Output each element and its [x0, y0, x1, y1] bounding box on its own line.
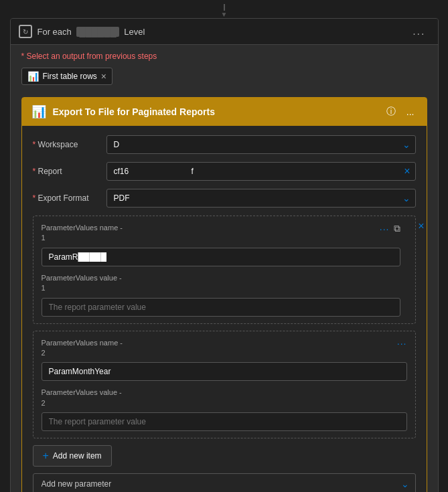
param-value-1-label: ParameterValues value - 1: [42, 273, 122, 294]
card-info-button[interactable]: ⓘ: [384, 104, 398, 119]
workspace-label: * Workspace: [33, 140, 106, 149]
for-each-left: ↻ For each ██████ Level: [19, 25, 145, 38]
for-each-hidden: ██████: [76, 27, 119, 37]
card-header-right: ⓘ ...: [384, 104, 417, 119]
param-name-2-label: ParameterValues name - 2: [42, 338, 123, 359]
for-each-ellipsis-button[interactable]: ...: [408, 24, 429, 39]
export-format-row: * Export Format PDF ⌄: [33, 189, 416, 208]
param-1-copy-button[interactable]: ⧉: [394, 223, 400, 234]
param-name-1-label: ParameterValues name - 1: [42, 223, 123, 244]
param-value-1-header: ParameterValues value - 1: [42, 273, 400, 294]
card-body: * Workspace D ⌄ * Report ×: [22, 126, 427, 492]
card-header-left: 📊 Export To File for Paginated Reports: [31, 104, 215, 119]
param-section-1: ParameterValues name - 1 ··· ⧉ Parameter…: [33, 216, 416, 324]
param-value-1-input[interactable]: [42, 298, 400, 317]
card-ellipsis-button[interactable]: ...: [404, 105, 417, 118]
report-input-wrapper: ×: [106, 162, 416, 181]
report-clear-icon[interactable]: ×: [404, 165, 410, 177]
param-value-2-label: ParameterValues value - 2: [42, 388, 122, 408]
param-name-2-header: ParameterValues name - 2 ···: [42, 338, 407, 359]
for-each-title: For each ██████ Level: [38, 27, 145, 37]
export-format-input-wrapper: PDF ⌄: [106, 189, 416, 208]
card-header: 📊 Export To File for Paginated Reports ⓘ…: [22, 98, 427, 126]
param-2-dots-button[interactable]: ···: [397, 338, 407, 349]
param-name-1-header: ParameterValues name - 1 ··· ⧉: [42, 223, 400, 244]
param-name-2-input[interactable]: [42, 362, 407, 381]
param-2-actions: ···: [397, 338, 407, 349]
param-1-delete-button[interactable]: ×: [418, 220, 424, 232]
required-asterisk: *: [21, 52, 25, 61]
export-format-label: * Export Format: [33, 193, 106, 203]
tag-chart-icon: 📊: [27, 71, 39, 82]
card-chart-icon: 📊: [31, 104, 46, 119]
param-name-1-input[interactable]: [42, 248, 400, 266]
export-format-select[interactable]: PDF: [106, 189, 416, 208]
param-value-2-input[interactable]: [42, 412, 407, 431]
param-1-actions: ··· ⧉: [380, 223, 400, 234]
loop-icon: ↻: [19, 25, 32, 38]
tag-label: First table rows: [43, 72, 97, 81]
add-item-plus-icon: +: [43, 450, 49, 462]
param-1-dots-button[interactable]: ···: [380, 224, 390, 234]
tag-row: 📊 First table rows ×: [11, 65, 438, 92]
add-param-row: Add new parameter ⌄: [33, 473, 416, 492]
for-each-header: ↻ For each ██████ Level ...: [11, 19, 438, 45]
workspace-row: * Workspace D ⌄: [33, 135, 416, 154]
add-item-button[interactable]: + Add new item: [33, 445, 112, 467]
param-section-2: ParameterValues name - 2 ··· ParameterVa…: [33, 331, 416, 439]
param-value-2-header: ParameterValues value - 2: [42, 388, 407, 408]
workspace-input-wrapper: D ⌄: [106, 135, 416, 154]
export-card: 📊 Export To File for Paginated Reports ⓘ…: [21, 97, 427, 492]
add-item-label: Add new item: [53, 451, 102, 461]
select-step-label: * Select an output from previous steps: [11, 45, 438, 65]
report-row: * Report ×: [33, 162, 416, 181]
first-table-rows-tag: 📊 First table rows ×: [21, 68, 113, 85]
workspace-select[interactable]: D: [106, 135, 416, 154]
card-title: Export To File for Paginated Reports: [53, 106, 215, 117]
add-param-select[interactable]: Add new parameter: [33, 473, 416, 492]
report-input[interactable]: [106, 162, 416, 181]
tag-close-button[interactable]: ×: [101, 72, 106, 81]
outer-container: ↻ For each ██████ Level ... * Select an …: [10, 18, 439, 492]
report-label: * Report: [33, 167, 106, 176]
